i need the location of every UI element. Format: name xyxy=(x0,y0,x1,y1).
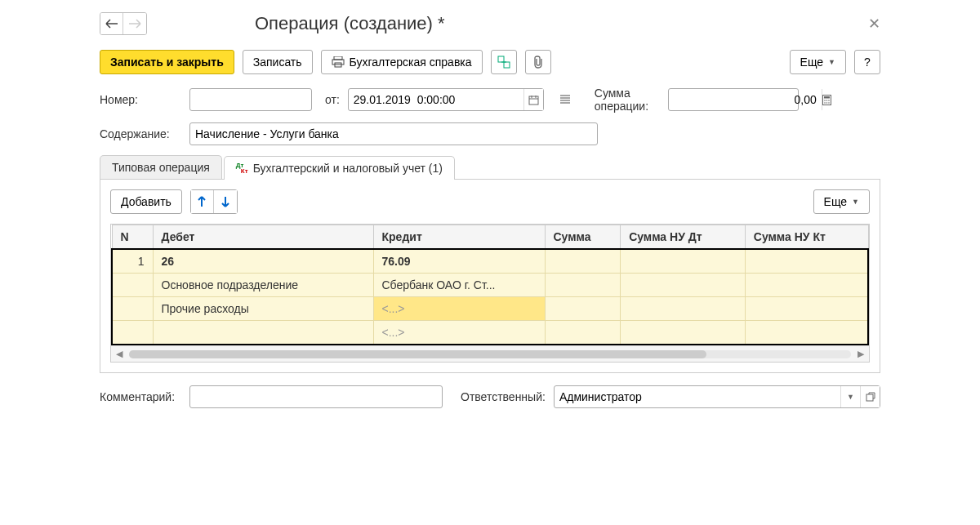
col-debit[interactable]: Дебет xyxy=(153,225,373,250)
content-label: Содержание: xyxy=(100,127,181,140)
responsible-dropdown-button[interactable]: ▼ xyxy=(840,386,860,407)
col-sum-nu-dt[interactable]: Сумма НУ Дт xyxy=(621,225,746,250)
col-credit[interactable]: Кредит xyxy=(373,225,545,250)
page-title: Операция (создание) * xyxy=(255,13,445,34)
more-button[interactable]: Еще ▼ xyxy=(790,50,846,74)
cell-n[interactable]: 1 xyxy=(112,249,153,274)
cell-debit-sub2[interactable]: Прочие расходы xyxy=(153,297,373,321)
cell-debit-account[interactable]: 26 xyxy=(153,249,373,274)
move-up-button[interactable] xyxy=(191,190,214,213)
svg-point-10 xyxy=(828,100,830,101)
comment-input[interactable] xyxy=(189,385,443,408)
attach-button[interactable] xyxy=(525,50,551,74)
nav-buttons xyxy=(100,12,147,35)
close-button[interactable]: ✕ xyxy=(868,15,880,33)
save-button[interactable]: Записать xyxy=(243,50,313,74)
svg-point-11 xyxy=(824,102,826,104)
scroll-thumb[interactable] xyxy=(129,350,706,358)
list-button[interactable] xyxy=(552,88,578,111)
sum-label: Сумма операции: xyxy=(595,87,660,113)
comment-label: Комментарий: xyxy=(100,390,181,403)
open-icon xyxy=(866,392,875,402)
chevron-down-icon: ▼ xyxy=(828,58,835,66)
responsible-open-button[interactable] xyxy=(860,386,880,407)
cell-credit-sub1[interactable]: Сбербанк ОАО г. Ст... xyxy=(373,274,545,297)
print-report-button[interactable]: Бухгалтерская справка xyxy=(321,50,483,74)
number-input[interactable] xyxy=(189,88,312,111)
date-input[interactable] xyxy=(349,90,523,109)
cell-sum-nu-kt[interactable] xyxy=(745,249,868,274)
help-button[interactable]: ? xyxy=(854,50,880,74)
horizontal-scrollbar[interactable]: ◀ ▶ xyxy=(111,345,869,362)
svg-point-8 xyxy=(824,100,826,101)
svg-point-9 xyxy=(826,100,827,101)
svg-rect-1 xyxy=(332,60,344,65)
table-row[interactable]: Прочие расходы <...> xyxy=(112,297,868,321)
svg-rect-3 xyxy=(498,56,504,62)
nav-forward-button[interactable] xyxy=(123,13,146,34)
chevron-down-icon: ▼ xyxy=(847,393,854,401)
close-icon: ✕ xyxy=(868,16,880,32)
svg-rect-14 xyxy=(866,394,873,401)
svg-point-13 xyxy=(828,102,830,104)
arrow-right-icon xyxy=(128,19,141,29)
arrow-left-icon xyxy=(105,19,118,29)
calendar-icon xyxy=(528,95,539,105)
dtkt-icon: ДтКт xyxy=(236,162,248,174)
number-label: Номер: xyxy=(100,93,181,106)
table-row[interactable]: <...> xyxy=(112,321,868,345)
calculator-icon xyxy=(822,95,831,105)
sub-more-button[interactable]: Еще ▼ xyxy=(813,189,870,214)
tab-accounting[interactable]: ДтКт Бухгалтерский и налоговый учет (1) xyxy=(224,156,455,180)
cell-debit-sub1[interactable]: Основное подразделение xyxy=(153,274,373,297)
table-row[interactable]: Основное подразделение Сбербанк ОАО г. С… xyxy=(112,274,868,297)
scroll-right-icon[interactable]: ▶ xyxy=(854,349,867,359)
scroll-left-icon[interactable]: ◀ xyxy=(113,349,126,359)
svg-point-12 xyxy=(826,102,827,104)
calendar-button[interactable] xyxy=(523,89,543,110)
col-n[interactable]: N xyxy=(112,225,153,250)
move-down-button[interactable] xyxy=(214,190,237,213)
responsible-label: Ответственный: xyxy=(461,390,546,403)
col-sum[interactable]: Сумма xyxy=(545,225,621,250)
cell-credit-sub3[interactable]: <...> xyxy=(373,321,545,345)
paperclip-icon xyxy=(532,56,544,69)
cell-sum[interactable] xyxy=(545,249,621,274)
svg-rect-4 xyxy=(504,62,510,68)
table-row[interactable]: 1 26 76.09 xyxy=(112,249,868,274)
svg-rect-0 xyxy=(334,56,342,60)
tab-typical-operation[interactable]: Типовая операция xyxy=(100,155,222,179)
save-and-close-button[interactable]: Записать и закрыть xyxy=(100,50,234,74)
svg-rect-7 xyxy=(824,96,830,99)
entries-table: N Дебет Кредит Сумма Сумма НУ Дт Сумма Н… xyxy=(111,225,869,345)
list-icon xyxy=(559,95,571,105)
nav-back-button[interactable] xyxy=(100,13,123,34)
col-sum-nu-kt[interactable]: Сумма НУ Кт xyxy=(745,225,868,250)
printer-icon xyxy=(332,56,345,68)
content-input[interactable] xyxy=(189,122,598,145)
svg-rect-5 xyxy=(529,96,538,105)
calculator-button[interactable] xyxy=(822,89,831,110)
chevron-down-icon: ▼ xyxy=(852,198,859,206)
date-label: от: xyxy=(325,93,340,106)
sum-input[interactable] xyxy=(669,90,822,109)
cell-credit-sub2[interactable]: <...> xyxy=(373,297,545,321)
add-button[interactable]: Добавить xyxy=(110,189,182,214)
link-icon xyxy=(497,56,510,69)
responsible-input[interactable] xyxy=(555,387,840,407)
arrow-up-icon xyxy=(197,196,207,207)
cell-sum-nu-dt[interactable] xyxy=(621,249,746,274)
arrow-down-icon xyxy=(220,196,230,207)
link-button[interactable] xyxy=(491,50,517,74)
cell-credit-account[interactable]: 76.09 xyxy=(373,249,545,274)
